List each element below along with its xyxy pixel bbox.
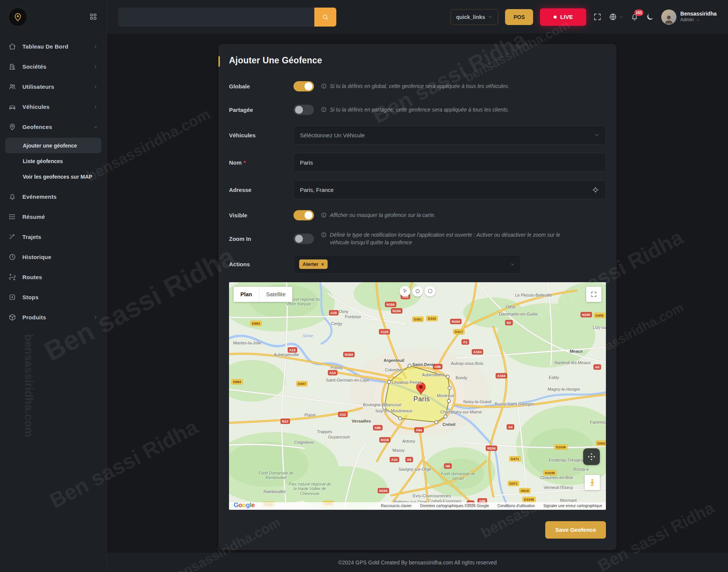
map-label: Levallois-Perret [392,380,421,385]
map-label: Seine [303,333,313,338]
circle-icon [427,288,433,294]
adresse-input[interactable] [294,181,588,199]
sidebar-item-label: Stops [22,294,98,300]
map-plan-button[interactable]: Plan [234,287,259,302]
save-geofence-button[interactable]: Save Geofence [545,521,606,539]
map-label: Chaumes-en-Brie [540,475,573,480]
road-shield: A1 [461,339,469,345]
road-shield: N104 [486,445,497,451]
user-role-label: Admin [680,17,693,23]
map-label: Forêt domaniale de Sénart [437,471,479,481]
language-button[interactable] [609,13,623,21]
pan-tool-button[interactable] [400,286,410,297]
actions-multiselect[interactable]: Alerter × [293,255,521,274]
map-terms-link[interactable]: Conditions d'utilisation [497,504,535,508]
zoom-in-help: Définir le type de notification lorsque … [321,231,563,247]
sidebar-item-label: Sociétés [22,63,87,70]
map-label: Argenteuil [384,358,404,363]
search-bar [118,8,336,27]
map-label: Coignières [294,440,314,445]
actions-label: Actions [229,261,293,267]
vehicle-icon [8,103,16,111]
sidebar-item-societes[interactable]: Sociétés [0,57,107,77]
map-satellite-button[interactable]: Satellite [259,287,293,302]
sidebar-subitem-geofences-map[interactable]: Voir les geofences sur MAP [0,169,107,184]
road-shield: D405 [594,313,605,318]
road-shield: A104 [496,373,507,379]
chevron-right-icon [93,64,98,69]
remove-tag-icon[interactable]: × [321,262,324,267]
company-icon [8,63,16,71]
map-label: Esbly [549,375,559,380]
products-icon [8,313,16,321]
locate-button[interactable] [588,182,602,197]
map-label: Créteil [442,422,455,427]
visible-label: Visible [229,212,293,218]
field-zoom-in: Zoom In Définir le type de notification … [229,231,606,247]
map-label: Magny-le-Hongre [548,387,580,391]
sidebar-item-produits[interactable]: Produits [0,307,107,327]
polygon-tool-button[interactable] [412,286,423,297]
sidebar-item-label: Résumé [22,214,98,220]
user-menu[interactable]: Bensassiridha Admin [661,9,717,25]
road-shield: N330 [581,312,592,317]
history-icon [8,253,16,261]
sidebar-subitem-ajouter-geofence[interactable]: Ajouter une géofence [5,138,101,153]
user-name: Bensassiridha [680,11,717,17]
sidebar-item-label: Produits [22,314,87,321]
map-label: Pontoise [345,314,361,319]
zoom-in-toggle[interactable] [293,234,314,244]
vehicules-select[interactable]: Séléctionnez Un Véhicule [293,126,606,145]
map-pan-button[interactable] [583,448,600,465]
geofence-map[interactable]: Parc naturel régional du Vexin françaisO… [229,282,606,510]
polygon-icon [415,288,420,294]
sidebar-item-vehicules[interactable]: Véhicules [0,97,107,117]
search-button[interactable] [314,8,336,27]
route-icon [8,273,16,281]
sidebar-item-geofences[interactable]: Geofences [0,117,107,137]
sidebar-item-dashboard[interactable]: Tableau De Bord [0,36,107,57]
map-shortcuts-link[interactable]: Raccourcis clavier [381,504,412,508]
nom-input[interactable] [294,153,602,171]
pos-button[interactable]: POS [505,9,533,25]
circle-tool-button[interactable] [425,286,435,297]
road-shield: D307 [296,381,308,387]
partagee-toggle[interactable] [293,105,314,115]
apps-grid-icon[interactable] [89,13,97,22]
info-icon [321,232,327,238]
map-fullscreen-button[interactable] [586,287,601,302]
sidebar-item-historique[interactable]: Historique [0,247,107,267]
quick-links-button[interactable]: quick_links [450,9,498,25]
map-label: Fontenay-Trésigny [549,458,583,462]
sidebar-item-resume[interactable]: Résumé [0,207,107,227]
fullscreen-button[interactable] [593,13,602,21]
sidebar-item-evenements[interactable]: Evénements [0,187,107,207]
crosshair-icon [592,186,599,193]
topbar: quick_links POS LIVE [107,0,728,34]
app-root: Tableau De Bord Sociétés Utilisateurs Vé… [0,0,728,572]
sidebar-item-trajets[interactable]: Trajets [0,227,107,247]
partagee-help: Si tu la définis en partagée, cette geof… [321,106,509,113]
pegman-button[interactable] [585,475,600,490]
sidebar-item-routes[interactable]: Routes [0,267,107,287]
cursor-icon [402,288,408,294]
map-label: Lizy-su [593,325,606,330]
road-shield: D471 [509,456,521,462]
search-input[interactable] [118,8,314,27]
dark-mode-button[interactable] [646,13,654,21]
road-shield: N12 [281,418,290,424]
sidebar-item-label: Trajets [22,234,98,240]
globale-toggle[interactable] [293,81,314,91]
sidebar-subitem-liste-geofences[interactable]: Liste géofences [0,153,107,169]
sidebar-item-utilisateurs[interactable]: Utilisateurs [0,77,107,97]
road-shield: N104 [450,319,461,324]
notifications-button[interactable]: 161 [630,13,639,21]
road-shield: A6a [414,427,424,433]
map-label: Dammartin-en-Goële [499,312,538,316]
visible-toggle[interactable] [293,210,314,220]
road-shield: N184 [343,352,355,357]
sidebar-item-stops[interactable]: Stops [0,287,107,307]
sidebar-item-label: Utilisateurs [22,83,87,90]
map-report-link[interactable]: Signaler une erreur cartographique [543,504,602,508]
live-button[interactable]: LIVE [540,8,586,26]
